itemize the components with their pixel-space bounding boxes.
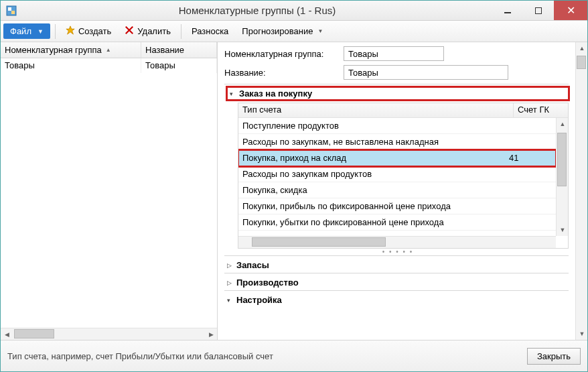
horizontal-scrollbar[interactable] bbox=[238, 236, 556, 248]
scroll-right-icon[interactable]: ▶ bbox=[205, 328, 217, 340]
section-label: Запасы bbox=[236, 260, 269, 270]
col-gl-account[interactable]: Счет ГК bbox=[513, 103, 568, 117]
pane-vertical-scrollbar[interactable]: ▲ ▼ bbox=[575, 42, 587, 340]
dropdown-icon: ▼ bbox=[318, 28, 323, 34]
cell-account-type: Покупка, приход на склад bbox=[242, 153, 509, 163]
star-icon bbox=[66, 25, 75, 37]
file-menu-button[interactable]: Файл ▼ bbox=[3, 23, 50, 39]
delete-label: Удалить bbox=[137, 26, 171, 36]
name-field[interactable] bbox=[344, 65, 508, 80]
forecast-label: Прогнозирование bbox=[242, 26, 313, 36]
svg-rect-2 bbox=[11, 11, 15, 14]
separator bbox=[55, 24, 56, 39]
forecast-button[interactable]: Прогнозирование ▼ bbox=[236, 24, 328, 38]
scroll-thumb[interactable] bbox=[577, 56, 586, 69]
titlebar: Номенклатурные группы (1 - Rus) ✕ bbox=[1, 1, 587, 21]
accounts-table: Тип счета Счет ГК Поступление продуктовР… bbox=[238, 103, 569, 249]
table-row[interactable]: Поступление продуктов bbox=[238, 118, 556, 134]
toolbar: Файл ▼ Создать Удалить Разноска Прогнози… bbox=[1, 21, 587, 42]
cell-group: Товары bbox=[1, 58, 141, 73]
table-row[interactable]: Покупки, прибыль по фиксированной цене п… bbox=[238, 198, 556, 214]
scroll-left-icon[interactable]: ◀ bbox=[1, 328, 13, 340]
expand-icon bbox=[227, 297, 232, 304]
name-field-label: Название: bbox=[224, 68, 344, 78]
table-row[interactable]: Покупка, скидка bbox=[238, 182, 556, 198]
detail-pane: Номенклатурная группа: Название: Заказ н… bbox=[218, 42, 587, 340]
delete-button[interactable]: Удалить bbox=[119, 23, 176, 39]
horizontal-scrollbar[interactable]: ◀ ▶ bbox=[1, 328, 217, 340]
left-grid-pane: Номенклатурная группа Название Товары То… bbox=[1, 42, 218, 340]
app-icon bbox=[6, 5, 17, 16]
section-header-settings[interactable]: Настройка bbox=[227, 294, 569, 306]
status-hint: Тип счета, например, счет Прибыли/Убытки… bbox=[7, 351, 273, 361]
delete-icon bbox=[125, 25, 134, 37]
scroll-down-icon[interactable]: ▼ bbox=[557, 224, 569, 236]
posting-button[interactable]: Разноска bbox=[186, 24, 234, 38]
scroll-up-icon[interactable]: ▲ bbox=[576, 42, 587, 54]
svg-rect-1 bbox=[8, 7, 11, 11]
group-field[interactable] bbox=[344, 46, 444, 61]
cell-gl-account: 41 bbox=[509, 153, 552, 163]
grid-row[interactable]: Товары Товары bbox=[1, 58, 217, 73]
expand-icon bbox=[227, 280, 232, 286]
table-row[interactable]: Покупка, приход на склад41 bbox=[238, 150, 556, 166]
cell-account-type: Покупки, убытки по фиксированной цене пр… bbox=[242, 217, 509, 227]
section-purchase-order: Заказ на покупку Тип счета Счет ГК Посту… bbox=[224, 84, 569, 255]
svg-marker-3 bbox=[66, 26, 74, 34]
window-title: Номенклатурные группы (1 - Rus) bbox=[22, 5, 492, 16]
column-header-group[interactable]: Номенклатурная группа bbox=[1, 42, 141, 58]
table-row[interactable]: Расходы по закупкам, не выставлена накла… bbox=[238, 134, 556, 150]
expand-icon bbox=[227, 262, 232, 269]
section-production: Производство bbox=[224, 273, 569, 290]
section-header-purchase-order[interactable]: Заказ на покупку bbox=[227, 87, 569, 100]
scroll-down-icon[interactable]: ▼ bbox=[576, 328, 587, 340]
scroll-thumb[interactable] bbox=[252, 237, 386, 247]
scroll-thumb[interactable] bbox=[557, 133, 567, 186]
group-field-label: Номенклатурная группа: bbox=[224, 49, 344, 59]
expand-icon bbox=[230, 90, 235, 97]
table-row[interactable]: Расходы по закупкам продуктов bbox=[238, 166, 556, 182]
minimize-button[interactable] bbox=[492, 1, 523, 20]
section-label: Заказ на покупку bbox=[239, 88, 312, 99]
posting-label: Разноска bbox=[192, 26, 228, 36]
cell-account-type: Покупка, скидка bbox=[242, 185, 509, 195]
cell-account-type: Покупки, прибыль по фиксированной цене п… bbox=[242, 201, 509, 211]
section-header-inventory[interactable]: Запасы bbox=[227, 259, 569, 271]
window-close-button[interactable]: ✕ bbox=[554, 1, 587, 20]
file-label: Файл bbox=[10, 26, 31, 36]
dropdown-icon: ▼ bbox=[38, 28, 44, 35]
scroll-up-icon[interactable]: ▲ bbox=[557, 118, 569, 130]
separator bbox=[181, 24, 181, 39]
statusbar: Тип счета, например, счет Прибыли/Убытки… bbox=[1, 340, 587, 371]
column-header-name[interactable]: Название bbox=[141, 42, 217, 58]
section-header-production[interactable]: Производство bbox=[227, 276, 569, 289]
cell-account-type: Расходы по закупкам, не выставлена накла… bbox=[242, 137, 509, 147]
section-settings: Настройка bbox=[224, 290, 569, 308]
col-account-type[interactable]: Тип счета bbox=[238, 103, 513, 117]
section-label: Производство bbox=[236, 277, 299, 288]
create-button[interactable]: Создать bbox=[60, 23, 117, 39]
scroll-thumb[interactable] bbox=[14, 329, 54, 338]
cell-account-type: Расходы по закупкам продуктов bbox=[242, 169, 509, 179]
cell-account-type: Поступление продуктов bbox=[242, 121, 509, 131]
table-row[interactable]: Покупки, убытки по фиксированной цене пр… bbox=[238, 214, 556, 231]
section-inventory: Запасы bbox=[224, 255, 569, 273]
vertical-scrollbar[interactable]: ▲ ▼ bbox=[556, 118, 568, 236]
maximize-button[interactable] bbox=[523, 1, 554, 20]
cell-name: Товары bbox=[141, 58, 217, 73]
section-label: Настройка bbox=[236, 295, 282, 305]
close-button[interactable]: Закрыть bbox=[527, 348, 581, 365]
resize-grip[interactable]: • • • • • bbox=[227, 250, 569, 254]
create-label: Создать bbox=[78, 26, 111, 36]
